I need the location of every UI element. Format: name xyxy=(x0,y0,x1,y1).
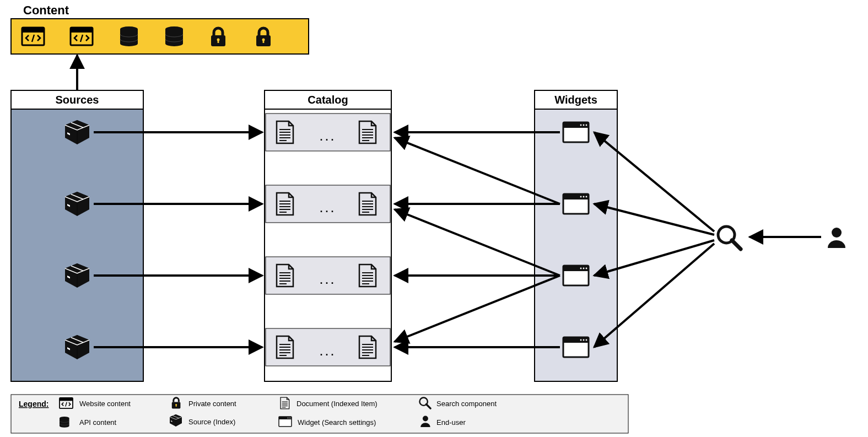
sources-title: Sources xyxy=(56,94,99,106)
widget-icon xyxy=(563,194,589,214)
svg-text:. . .: . . . xyxy=(320,275,333,286)
catalog-title: Catalog xyxy=(308,94,348,106)
api-content-icon xyxy=(60,417,69,428)
legend-label-api: API content xyxy=(79,418,117,427)
legend-label-widget: Widget (Search settings) xyxy=(298,418,376,427)
end-user-icon xyxy=(828,228,845,248)
catalog-row: . . . xyxy=(266,114,390,151)
widget-icon xyxy=(563,337,589,357)
widget-icon xyxy=(563,122,589,142)
widget-icon xyxy=(279,417,292,427)
legend-label-user: End-user xyxy=(436,418,466,427)
legend-label-document: Document (Indexed Item) xyxy=(296,400,378,408)
widget-icon xyxy=(563,266,589,285)
search-component-icon xyxy=(718,226,741,249)
svg-text:. . .: . . . xyxy=(320,132,333,143)
svg-text:. . .: . . . xyxy=(320,347,333,358)
legend-box: Legend: Website content Private content … xyxy=(11,395,628,433)
svg-text:. . .: . . . xyxy=(320,203,333,214)
content-title: Content xyxy=(23,3,69,17)
api-content-icon xyxy=(120,26,138,46)
legend-label-search: Search component xyxy=(436,400,497,408)
catalog-row: . . . xyxy=(266,257,390,294)
catalog-box: Catalog . . . . . . . . . . . . xyxy=(265,90,391,381)
api-content-icon xyxy=(165,26,183,46)
catalog-row: . . . xyxy=(266,185,390,223)
legend-label-private: Private content xyxy=(188,400,236,408)
widgets-title: Widgets xyxy=(554,94,597,106)
catalog-row: . . . xyxy=(266,328,390,366)
legend-label-website: Website content xyxy=(79,400,131,408)
architecture-diagram: Content Sources Catalog . . . xyxy=(0,0,868,437)
legend-label-source: Source (Index) xyxy=(188,418,235,426)
legend-heading: Legend: xyxy=(19,400,48,408)
